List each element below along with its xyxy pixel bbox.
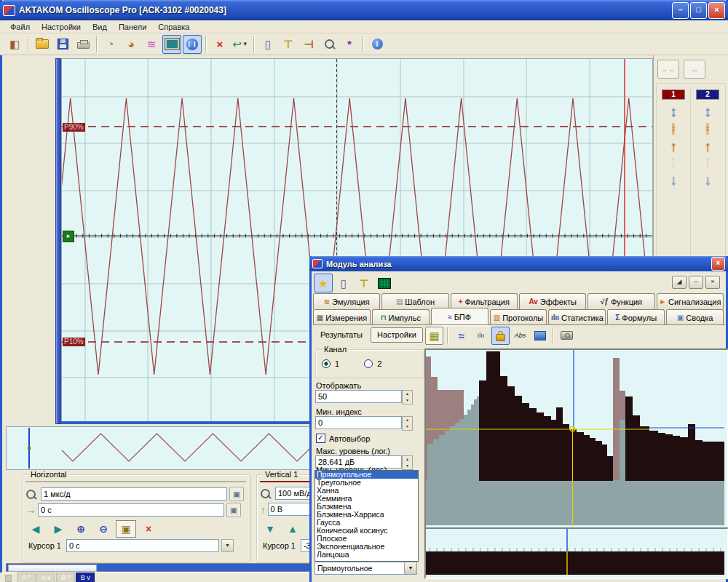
scroll-left-button[interactable]: ◀	[25, 520, 46, 538]
scrollbar-thumb[interactable]	[8, 565, 97, 572]
instrument-button[interactable]: ⊣	[299, 35, 318, 54]
wand-button[interactable]: *	[340, 35, 359, 54]
compress-vertical-button[interactable]: ⇓⇑	[704, 123, 711, 135]
grid-button[interactable]: ▦	[425, 327, 443, 345]
tab-Измерения[interactable]: ▦Измерения	[313, 309, 371, 325]
save-button[interactable]	[53, 35, 72, 54]
zoom-in-button[interactable]: ⊕	[71, 520, 91, 538]
tab-Импульс[interactable]: ⊓Импульс	[372, 309, 430, 325]
tab-Шаблон[interactable]: ▤Шаблон	[381, 293, 448, 309]
time-offset-field[interactable]: 0 с	[38, 503, 224, 517]
measure-tool-button[interactable]: ⊤	[355, 274, 373, 292]
close-button[interactable]: ×	[708, 2, 725, 19]
stop-acquisition-button[interactable]: ×	[210, 35, 229, 54]
favorite-button[interactable]: ★	[314, 274, 333, 292]
scope-screen-button[interactable]	[375, 274, 394, 292]
tab-Сигнализация[interactable]: ►Сигнализация	[657, 293, 724, 309]
shift-down-button[interactable]: ▼	[260, 520, 280, 538]
device-settings-button[interactable]: ◔	[101, 35, 120, 54]
channel1-radio[interactable]	[322, 359, 331, 368]
restore-button[interactable]: ↩▼	[231, 35, 250, 54]
menu-item[interactable]: Справка	[152, 21, 195, 33]
measure-tools-button[interactable]: ⊤	[279, 35, 298, 54]
menu-item[interactable]: Настройки	[36, 21, 87, 33]
window-function-list[interactable]: ПрямоугольноеТреугольноеХаннаХеммингаБлэ…	[314, 470, 419, 562]
channel2-radio[interactable]	[364, 359, 373, 368]
tab-Эффекты[interactable]: AvЭффекты	[519, 293, 586, 309]
tab-Эмуляция[interactable]: ≋Эмуляция	[313, 293, 380, 309]
cursor1-time-field[interactable]: 0 с	[66, 539, 219, 552]
auto-scale-button[interactable]: ▣	[229, 487, 244, 501]
help-button[interactable]: i	[368, 35, 387, 54]
compress-horizontal-button[interactable]: →←	[657, 60, 679, 79]
tab-Протоколы[interactable]: ▥Протоколы	[490, 309, 547, 325]
shift-down-button[interactable]: ↓	[670, 172, 677, 187]
expand-horizontal-button[interactable]: ↔	[684, 60, 705, 79]
scroll-right-button[interactable]: ▶	[48, 520, 68, 538]
fine-shift-button[interactable]: ↑↓	[672, 158, 676, 168]
compress-vertical-button[interactable]: ⇓⇑	[670, 123, 676, 135]
shift-up-button[interactable]: ▲	[282, 520, 303, 538]
pause-button[interactable]: ❙❙	[183, 35, 202, 54]
fine-shift-button[interactable]: ↑↓	[706, 158, 710, 168]
menu-item[interactable]: Панели	[113, 21, 152, 33]
minimize-button[interactable]: –	[672, 2, 689, 19]
draw-mode-button[interactable]: ≈	[452, 327, 470, 345]
panel-button[interactable]: ▯	[334, 274, 353, 292]
trigger-level-marker[interactable]: ▸	[63, 231, 74, 242]
scope-vertical-scrollbar[interactable]	[55, 58, 61, 424]
expand-vertical-button[interactable]: ↕	[670, 104, 677, 119]
waves-button[interactable]: ≋	[142, 35, 161, 54]
spinner-buttons[interactable]: ▲▼	[402, 455, 413, 470]
dialog-minimize-button[interactable]: –	[689, 276, 703, 289]
tab-Формулы[interactable]: ΣФормулы	[607, 309, 665, 325]
print-button[interactable]	[74, 35, 92, 54]
min-index-value[interactable]: 0	[315, 416, 402, 429]
fft-chart[interactable]	[424, 348, 728, 530]
channel-view-toggle[interactable]: B ^	[56, 573, 75, 582]
dropdown-arrow-icon[interactable]: ▼	[242, 41, 248, 47]
window-function-combo[interactable]: Прямоугольное ▼	[314, 562, 417, 575]
spinner-buttons[interactable]: ▲▼	[402, 390, 413, 404]
abs-button[interactable]: Abs	[511, 327, 529, 345]
shift-down-button[interactable]: ↓	[704, 172, 711, 187]
autoselect-checkbox[interactable]: ✓	[316, 434, 325, 443]
dialog-close-panel-button[interactable]: ×	[705, 276, 720, 289]
menu-item[interactable]: Вид	[87, 21, 113, 33]
spinner-buttons[interactable]: ▲▼	[402, 416, 413, 431]
channel-view-toggle[interactable]: A v	[36, 573, 55, 582]
expand-vertical-button[interactable]: ↕	[704, 104, 711, 119]
title-bar[interactable]: AKTAKOM Oscilloscope Pro [АСК-3102 #0020…	[0, 0, 728, 20]
lock-button[interactable]	[491, 327, 510, 345]
tab-Статистика[interactable]: ılııСтатистика	[548, 309, 606, 325]
dialog-title-bar[interactable]: Модуль анализа ×	[309, 256, 728, 271]
dialog-close-button[interactable]: ×	[711, 257, 725, 271]
tab-Функция[interactable]: √ƒФункция	[587, 293, 654, 309]
calibration-button[interactable]: ◕	[122, 35, 141, 54]
fft-overview-strip[interactable]	[424, 527, 728, 579]
dialog-rollup-button[interactable]: ◢	[672, 276, 687, 289]
search-button[interactable]	[320, 35, 339, 54]
subtab-results[interactable]: Результаты	[314, 328, 368, 342]
tab-Фильтрация[interactable]: +Фильтрация	[451, 293, 518, 309]
channel-view-toggle[interactable]: A ^	[17, 573, 36, 582]
tab-БПФ[interactable]: ≈БПФ	[431, 308, 488, 325]
info-panel-button[interactable]: ▯	[258, 35, 277, 54]
zoom-clear-button[interactable]: ×	[138, 520, 159, 538]
subtab-settings[interactable]: Настройки	[371, 327, 423, 343]
exit-button[interactable]: ◧	[5, 35, 24, 54]
open-button[interactable]	[33, 35, 52, 54]
camera-button[interactable]	[558, 327, 576, 345]
display-count-spinner[interactable]: 50 ▲▼	[315, 390, 413, 404]
shift-up-button[interactable]: ↑	[670, 139, 677, 154]
bars-mode-button[interactable]: ılıı	[472, 327, 490, 345]
time-scale-field[interactable]: 1 мкс/д	[41, 487, 227, 501]
tab-Сводка[interactable]: ▣Сводка	[666, 309, 724, 325]
combo-dropdown-button[interactable]: ▼	[404, 562, 416, 574]
maximize-button[interactable]: □	[690, 2, 707, 19]
list-item[interactable]: Ланцоша	[315, 551, 418, 559]
display-button[interactable]	[162, 35, 181, 54]
menu-item[interactable]: Файл	[4, 21, 36, 33]
channel-view-toggle[interactable]: B v	[76, 573, 95, 582]
table-button[interactable]	[531, 327, 549, 345]
